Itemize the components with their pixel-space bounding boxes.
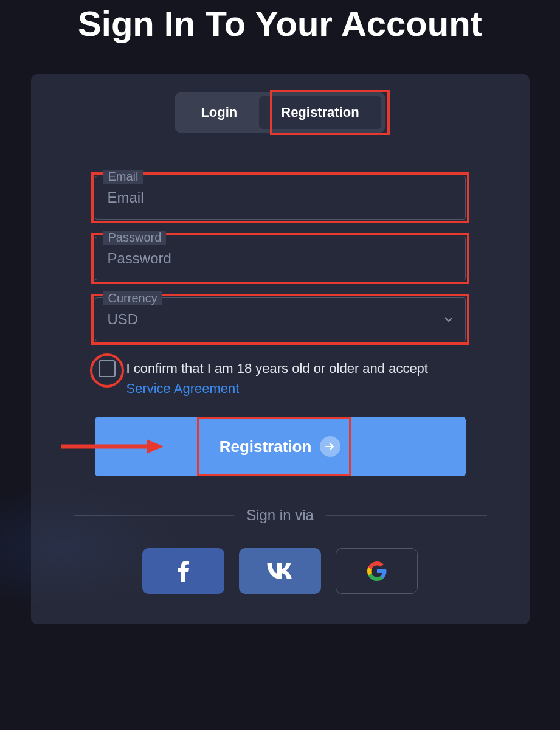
terms-checkbox[interactable] bbox=[99, 360, 116, 377]
currency-label: Currency bbox=[103, 291, 162, 305]
terms-row: I confirm that I am 18 years old or olde… bbox=[95, 358, 466, 398]
currency-value: USD bbox=[108, 311, 139, 328]
email-field-wrapper: Email bbox=[95, 176, 466, 220]
email-label: Email bbox=[103, 170, 143, 184]
terms-text: I confirm that I am 18 years old or olde… bbox=[126, 358, 466, 398]
email-input[interactable] bbox=[95, 176, 466, 220]
page-title: Sign In To Your Account bbox=[0, 0, 560, 44]
auth-card: Login Registration Email Password Curren… bbox=[31, 74, 530, 624]
tabs-container: Login Registration bbox=[31, 74, 530, 151]
tab-registration[interactable]: Registration bbox=[259, 96, 381, 129]
facebook-login-button[interactable] bbox=[142, 548, 224, 594]
google-login-button[interactable] bbox=[336, 548, 418, 594]
vk-icon bbox=[267, 563, 294, 579]
divider: Sign in via bbox=[74, 507, 487, 524]
submit-label: Registration bbox=[220, 437, 312, 456]
facebook-icon bbox=[178, 561, 189, 582]
divider-line bbox=[326, 515, 487, 516]
social-buttons bbox=[31, 548, 530, 594]
vk-login-button[interactable] bbox=[239, 548, 321, 594]
submit-wrapper: Registration bbox=[95, 417, 466, 476]
arrow-right-icon bbox=[320, 436, 340, 457]
currency-field-wrapper: Currency USD bbox=[95, 297, 466, 341]
service-agreement-link[interactable]: Service Agreement bbox=[126, 381, 240, 396]
registration-form: Email Password Currency USD I confirm th… bbox=[31, 151, 530, 476]
chevron-down-icon bbox=[444, 317, 453, 322]
password-label: Password bbox=[103, 231, 167, 245]
tab-login[interactable]: Login bbox=[179, 96, 259, 129]
google-icon bbox=[367, 561, 387, 581]
divider-line bbox=[74, 515, 235, 516]
divider-text: Sign in via bbox=[246, 507, 314, 524]
password-field-wrapper: Password bbox=[95, 237, 466, 280]
tabs: Login Registration bbox=[175, 92, 384, 133]
registration-submit-button[interactable]: Registration bbox=[95, 417, 466, 476]
